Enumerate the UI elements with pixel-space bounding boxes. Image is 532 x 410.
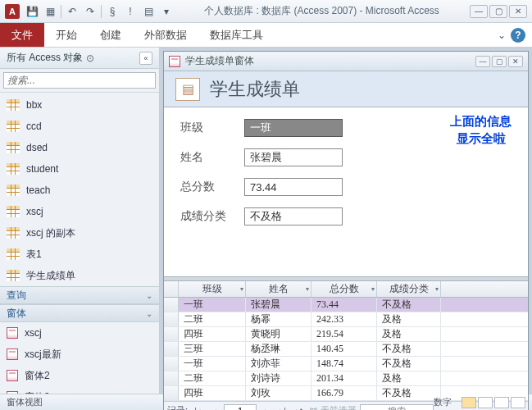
view-datasheet-button[interactable] bbox=[478, 397, 493, 408]
tab-home[interactable]: 开始 bbox=[44, 23, 89, 47]
ribbon-collapse-icon[interactable]: ⌄ bbox=[498, 30, 506, 41]
nav-item-table[interactable]: 表1 bbox=[0, 244, 159, 265]
table-row[interactable]: 二班刘诗诗201.34及格 bbox=[164, 371, 528, 386]
row-selector[interactable] bbox=[164, 312, 179, 326]
view-design-button[interactable] bbox=[511, 397, 525, 408]
table-row[interactable]: 三班杨丞琳140.45不及格 bbox=[164, 342, 528, 357]
cell-category[interactable]: 及格 bbox=[377, 327, 441, 341]
nav-item-table[interactable]: dsed bbox=[0, 137, 159, 158]
help-icon[interactable]: ? bbox=[511, 28, 525, 43]
cell-name[interactable]: 杨丞琳 bbox=[246, 342, 311, 356]
col-header-class[interactable]: 班级▾ bbox=[179, 281, 246, 297]
cell-category[interactable]: 不及格 bbox=[377, 298, 441, 312]
nav-item-form[interactable]: xscj最新 bbox=[0, 344, 159, 365]
recnav-last-button[interactable]: ▸| bbox=[276, 404, 289, 411]
cell-name[interactable]: 刘亦菲 bbox=[246, 357, 311, 371]
recnav-prev-button[interactable]: ◂ bbox=[207, 404, 221, 411]
qat-dropdown-icon[interactable]: ▾ bbox=[159, 4, 174, 19]
cell-score[interactable]: 166.79 bbox=[311, 386, 377, 400]
tab-file[interactable]: 文件 bbox=[0, 23, 44, 47]
tab-create[interactable]: 创建 bbox=[89, 23, 133, 47]
field-name[interactable]: 张碧晨 bbox=[244, 148, 343, 166]
row-selector[interactable] bbox=[164, 327, 179, 341]
nav-group-form[interactable]: 窗体 ⌄ bbox=[0, 304, 159, 322]
tab-dbtools[interactable]: 数据库工具 bbox=[198, 23, 275, 47]
cell-class[interactable]: 二班 bbox=[179, 312, 246, 326]
cell-category[interactable]: 不及格 bbox=[377, 342, 441, 356]
row-selector[interactable] bbox=[164, 342, 179, 356]
table-row[interactable]: 一班张碧晨73.44不及格 bbox=[164, 298, 528, 312]
close-button[interactable]: ✕ bbox=[509, 5, 527, 18]
col-header-name[interactable]: 姓名▾ bbox=[246, 281, 311, 297]
recnav-position-input[interactable] bbox=[224, 404, 257, 411]
cell-class[interactable]: 一班 bbox=[179, 357, 246, 371]
recnav-new-button[interactable]: ▸* bbox=[293, 404, 306, 411]
field-score[interactable]: 73.44 bbox=[244, 178, 343, 196]
row-selector[interactable] bbox=[164, 357, 179, 371]
recnav-filter-label[interactable]: 🝖 无筛选器 bbox=[309, 404, 357, 410]
nav-item-form[interactable]: 窗体2 bbox=[0, 365, 159, 386]
nav-header[interactable]: 所有 Access 对象 ⊙ « bbox=[0, 48, 159, 69]
field-class[interactable]: 一班 bbox=[244, 119, 343, 137]
minimize-button[interactable]: — bbox=[470, 5, 488, 18]
cell-class[interactable]: 一班 bbox=[179, 298, 246, 312]
nav-collapse-button[interactable]: « bbox=[139, 52, 152, 65]
tab-external[interactable]: 外部数据 bbox=[133, 23, 198, 47]
cell-name[interactable]: 刘诗诗 bbox=[246, 371, 311, 385]
nav-item-table[interactable]: xscj bbox=[0, 201, 159, 222]
cell-name[interactable]: 刘玫 bbox=[246, 386, 311, 400]
save-icon[interactable]: 💾 bbox=[25, 4, 39, 19]
cell-score[interactable]: 201.34 bbox=[311, 371, 377, 385]
nav-item-table[interactable]: 学生成绩单 bbox=[0, 265, 159, 286]
table-icon[interactable]: ▤ bbox=[141, 4, 156, 19]
cell-category[interactable]: 不及格 bbox=[377, 386, 441, 400]
cell-score[interactable]: 73.44 bbox=[311, 298, 377, 312]
row-selector[interactable] bbox=[164, 298, 179, 312]
subwin-minimize-button[interactable]: — bbox=[475, 56, 490, 67]
subwin-close-button[interactable]: ✕ bbox=[508, 56, 523, 67]
view-form-button[interactable] bbox=[462, 397, 476, 408]
cell-name[interactable]: 杨幂 bbox=[246, 312, 311, 326]
undo-icon[interactable]: ↶ bbox=[65, 4, 80, 19]
warn-icon[interactable]: ! bbox=[123, 4, 138, 19]
nav-item-form[interactable]: xscj bbox=[0, 322, 159, 344]
row-selector-header[interactable] bbox=[164, 281, 179, 297]
table-row[interactable]: 二班杨幂242.33及格 bbox=[164, 312, 528, 327]
field-category[interactable]: 不及格 bbox=[244, 207, 343, 226]
cell-score[interactable]: 148.74 bbox=[311, 357, 377, 371]
export-icon[interactable]: ▦ bbox=[43, 4, 57, 19]
cell-category[interactable]: 及格 bbox=[377, 371, 441, 385]
recnav-next-button[interactable]: ▸ bbox=[260, 404, 273, 411]
maximize-button[interactable]: ▢ bbox=[489, 5, 507, 18]
cell-name[interactable]: 张碧晨 bbox=[246, 298, 311, 312]
nav-group-query[interactable]: 查询 ⌄ bbox=[0, 286, 159, 304]
recnav-search-input[interactable] bbox=[360, 404, 434, 411]
cell-score[interactable]: 242.33 bbox=[311, 312, 377, 326]
nav-search-input[interactable] bbox=[3, 72, 156, 89]
cell-class[interactable]: 四班 bbox=[179, 386, 246, 400]
subwin-maximize-button[interactable]: ▢ bbox=[492, 56, 507, 67]
nav-item-table[interactable]: xscj 的副本 bbox=[0, 222, 159, 244]
col-header-category[interactable]: 成绩分类▾ bbox=[377, 281, 441, 297]
nav-item-form[interactable]: 窗体3 bbox=[0, 386, 159, 394]
spell-icon[interactable]: § bbox=[105, 4, 120, 19]
nav-item-table[interactable]: student bbox=[0, 158, 159, 180]
cell-class[interactable]: 四班 bbox=[179, 327, 246, 341]
cell-class[interactable]: 二班 bbox=[179, 371, 246, 385]
cell-category[interactable]: 及格 bbox=[377, 312, 441, 326]
cell-score[interactable]: 140.45 bbox=[311, 342, 377, 356]
cell-class[interactable]: 三班 bbox=[179, 342, 246, 356]
table-row[interactable]: 四班黄晓明219.54及格 bbox=[164, 327, 528, 342]
row-selector[interactable] bbox=[164, 371, 179, 385]
cell-score[interactable]: 219.54 bbox=[311, 327, 377, 341]
redo-icon[interactable]: ↷ bbox=[83, 4, 98, 19]
nav-item-table[interactable]: bbx bbox=[0, 94, 159, 116]
col-header-score[interactable]: 总分数▾ bbox=[311, 281, 377, 297]
row-selector[interactable] bbox=[164, 386, 179, 400]
cell-name[interactable]: 黄晓明 bbox=[246, 327, 311, 341]
nav-item-table[interactable]: teach bbox=[0, 180, 159, 201]
recnav-first-button[interactable]: |◂ bbox=[191, 404, 204, 411]
nav-dropdown-icon[interactable]: ⊙ bbox=[86, 52, 94, 64]
view-layout-button[interactable] bbox=[494, 397, 509, 408]
nav-item-table[interactable]: ccd bbox=[0, 116, 159, 137]
